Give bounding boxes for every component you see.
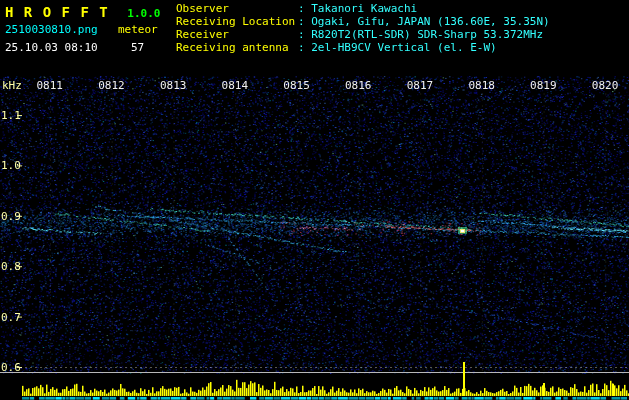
station-info: Observer: Takanori KawachiReceiving Loca… [176,2,550,54]
info-row: Receiver: R820T2(RTL-SDR) SDR-Sharp 53.3… [176,28,550,41]
y-axis-unit-label: kHz [2,79,22,92]
info-value: : Takanori Kawachi [298,2,417,15]
time-tick-label: 0813 [160,79,187,92]
time-tick-label: 0820 [592,79,619,92]
info-value: : R820T2(RTL-SDR) SDR-Sharp 53.372MHz [298,28,543,41]
app-version: 1.0.0 [127,7,160,20]
time-tick-label: 0818 [468,79,495,92]
record-datetime: 25.10.03 08:10 [5,41,98,54]
spectrogram-canvas [0,0,629,400]
echo-count: 57 [131,41,144,54]
time-tick-label: 0817 [407,79,434,92]
time-tick-label: 0816 [345,79,372,92]
app-title: H R O F F T [5,4,109,20]
time-tick-label: 0815 [283,79,310,92]
time-tick-label: 0811 [37,79,64,92]
hrofft-window: H R O F F T 1.0.0 2510030810.png meteor … [0,0,629,400]
title-row: H R O F F T 1.0.0 [5,2,160,21]
freq-tick-label: 0.7 [1,311,21,324]
info-label: Receiving Location [176,15,298,28]
info-label: Receiver [176,28,298,41]
freq-tick-label: 0.6 [1,361,21,374]
freq-tick-label: 0.9 [1,210,21,223]
info-value: : Ogaki, Gifu, JAPAN (136.60E, 35.35N) [298,15,550,28]
output-filename: 2510030810.png [5,23,98,36]
time-tick-label: 0812 [98,79,125,92]
freq-tick-label: 0.8 [1,260,21,273]
freq-tick-label: 1.1 [1,109,21,122]
info-label: Observer [176,2,298,15]
info-row: Receiving antenna: 2el-HB9CV Vertical (e… [176,41,550,54]
freq-tick-label: 1.0 [1,159,21,172]
info-row: Observer: Takanori Kawachi [176,2,550,15]
time-tick-label: 0819 [530,79,557,92]
info-label: Receiving antenna [176,41,298,54]
mode-label: meteor [118,23,158,36]
info-value: : 2el-HB9CV Vertical (el. E-W) [298,41,497,54]
time-tick-label: 0814 [222,79,249,92]
info-row: Receiving Location: Ogaki, Gifu, JAPAN (… [176,15,550,28]
